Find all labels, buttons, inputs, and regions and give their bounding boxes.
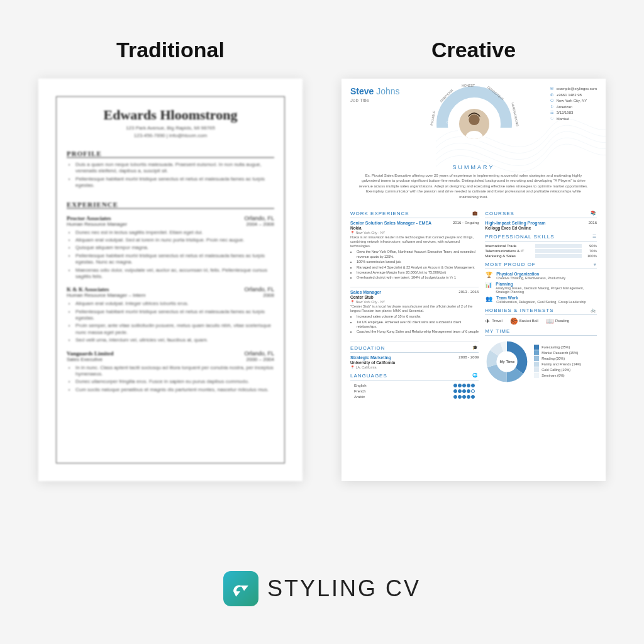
logo-badge [223, 571, 258, 606]
language-row: French [350, 389, 479, 394]
brand-footer: STYLING CV [0, 571, 644, 606]
sec-proud: MOST PROUD OF♥ [485, 262, 597, 269]
legend-item: Reading (20%) [534, 356, 597, 361]
legend-item: Market Research (15%) [534, 350, 597, 355]
trad-profile-bullet: Pellentesque habitant morbi tristique se… [75, 176, 274, 189]
creative-resume-card: Steve Johns Job Title RELIABLE AMBITIOUS… [341, 79, 606, 481]
language-row: Arabic [350, 394, 479, 400]
book-icon: 📚 [591, 211, 597, 216]
skill-row: International Trade90% [485, 244, 597, 248]
traditional-resume-card: Edwards Hloomstrong 123 Park Avenue, Big… [38, 79, 303, 481]
heading-traditional: Traditional [116, 38, 225, 62]
hobby-item: 🏀Basket Ball [510, 318, 538, 325]
trad-profile-bullet: Duis a quam non neque lobortis malesuada… [75, 162, 274, 175]
cap-icon: 🎓 [472, 345, 479, 350]
logo-icon [230, 578, 252, 599]
briefcase-icon: 💼 [472, 211, 479, 216]
sec-edu: EDUCATION🎓 [350, 345, 479, 353]
sec-skills: PROFESSIONAL SKILLS☰ [485, 234, 597, 242]
sec-hobbies: HOBBIES & INTERESTS🚲 [485, 308, 597, 315]
legend-item: Family and Friends (14%) [534, 362, 597, 367]
trad-name: Edwards Hloomstrong [67, 107, 274, 123]
language-row: English [350, 383, 479, 389]
mytime-donut: My Time [485, 340, 529, 384]
legend-item: Forecasting (35%) [534, 345, 597, 350]
trad-exp-h: EXPERIENCE [67, 201, 274, 209]
avatar-arc: RELIABLE AMBITIOUS HONEST CONSISTENT HAR… [436, 86, 512, 162]
sec-courses: COURSES📚 [485, 211, 597, 218]
hobby-item: 📖Reading [546, 318, 569, 325]
trad-addr2: 123-456-7890 | info@hloom.com [67, 133, 274, 138]
skill-row: Telecomunications & IT70% [485, 249, 597, 253]
crea-name: Steve Johns [350, 86, 400, 96]
flag-icon: ⚐ [549, 104, 555, 111]
sec-mytime: MY TIME [485, 328, 597, 336]
pin-icon: ⎔ [549, 98, 555, 104]
phone-icon: ✆ [549, 92, 555, 99]
bike-icon: 🚲 [591, 308, 597, 313]
proud-item: 🏆Physical OrganizationCreative Thinking,… [485, 272, 597, 280]
summary-text: Ex. Pivotal Sales Executive offering ove… [350, 170, 597, 204]
legend-item: Cold Calling (10%) [534, 367, 597, 372]
crea-jobtitle: Job Title [350, 97, 400, 103]
calendar-icon: ☷ [549, 110, 555, 116]
contact-block: ✉example@stylingcv.com ✆+9661 1482 98 ⎔N… [549, 86, 597, 123]
svg-point-0 [469, 114, 479, 125]
sec-lang: LANGUAGES🌐 [350, 373, 479, 380]
mail-icon: ✉ [549, 86, 555, 92]
globe-icon: 🌐 [472, 373, 479, 378]
trad-profile-h: PROFILE [67, 150, 274, 158]
heart-icon: ♥ [594, 262, 597, 267]
skill-row: Marketing & Sales100% [485, 254, 597, 258]
legend-item: Seminars (6%) [534, 373, 597, 378]
proud-item: 📊PlanningAnalyzing Issues, Decision Maki… [485, 282, 597, 294]
trad-addr1: 123 Park Avenue, Big Rapids, MI 98765 [67, 125, 274, 131]
sec-work: WORK EXPERIENCE💼 [350, 211, 479, 218]
ring-icon: ♡ [549, 116, 555, 123]
brand-text: STYLING CV [267, 575, 421, 602]
summary-label: SUMMARY [350, 164, 597, 170]
proud-item: 👥Team WorkCollaboration, Delegation, Goa… [485, 296, 597, 304]
heading-creative: Creative [431, 38, 516, 62]
sliders-icon: ☰ [592, 234, 597, 239]
avatar-photo [457, 106, 492, 142]
hobby-item: ✈Travel [485, 318, 502, 325]
